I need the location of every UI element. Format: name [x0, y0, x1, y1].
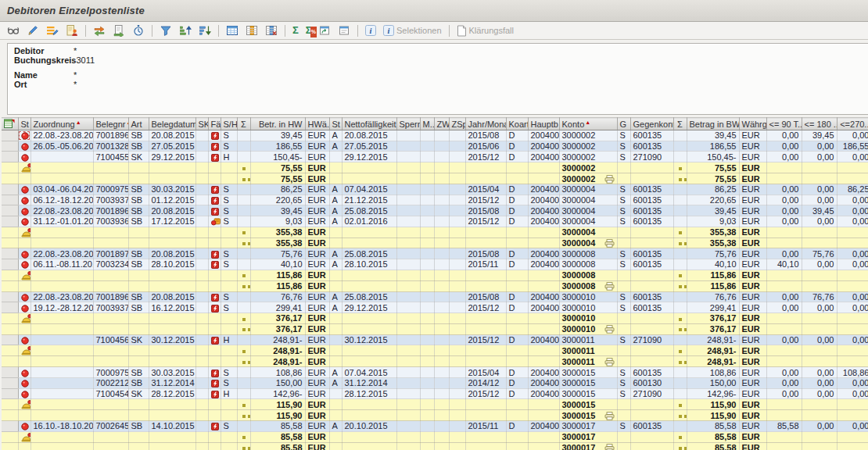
cell-fae[interactable]	[208, 141, 221, 152]
cell-sk[interactable]	[195, 130, 208, 141]
cell-waehrg[interactable]: EUR	[739, 141, 766, 152]
col-art[interactable]: Art	[128, 118, 149, 130]
cell-t180[interactable]	[802, 227, 837, 238]
cell-belegnr[interactable]: 70009756	[93, 367, 128, 378]
cell-zsp[interactable]	[449, 195, 465, 205]
cell-netto[interactable]: 25.08.2015	[342, 291, 396, 302]
cell-betr_hw[interactable]: 108,86	[250, 367, 305, 378]
cell-belegnr[interactable]	[93, 345, 128, 356]
cell-waehrg[interactable]: EUR	[739, 312, 766, 323]
cell-koart[interactable]: D	[506, 367, 528, 378]
cell-sh[interactable]: S	[221, 141, 237, 152]
cell-t270[interactable]: 0,00	[837, 291, 868, 302]
cell-t270[interactable]	[837, 162, 868, 173]
cell-hauptb[interactable]	[528, 431, 559, 442]
cell-belegnr[interactable]: 70013283	[93, 141, 128, 152]
col-hwae[interactable]: HWä..	[305, 118, 329, 130]
cell-hwae[interactable]: EUR	[305, 162, 329, 173]
cell-t90[interactable]	[766, 431, 802, 442]
cell-t270[interactable]: 108,86	[837, 367, 868, 378]
change-document-button[interactable]	[91, 22, 108, 39]
cell-st2[interactable]: A	[329, 259, 342, 270]
cell-t270[interactable]: 0,00	[837, 377, 868, 388]
cell-betrag_bw[interactable]: 150,45-	[687, 152, 739, 162]
cell-zw[interactable]	[434, 184, 449, 195]
cell-jahr[interactable]: 2015/12	[465, 195, 506, 205]
cell-fae[interactable]	[208, 312, 221, 323]
cell-m[interactable]	[420, 216, 434, 227]
cell-jahr[interactable]: 2015/08	[465, 248, 506, 259]
cell-betr_hw[interactable]: 142,96-	[250, 388, 305, 399]
cell-st2[interactable]	[329, 431, 342, 442]
cell-st[interactable]	[18, 216, 30, 227]
cell-t270[interactable]	[837, 399, 868, 410]
cell-jahr[interactable]	[465, 431, 506, 442]
cell-zsp[interactable]	[449, 410, 465, 421]
cell-belegnr[interactable]: 71004547	[93, 388, 128, 399]
cell-betrag_bw[interactable]: 39,45	[687, 130, 739, 141]
cell-s2[interactable]	[673, 291, 687, 302]
cell-art[interactable]	[128, 270, 149, 280]
cell-sperre[interactable]	[396, 410, 420, 421]
cell-konto[interactable]: 3000015	[559, 410, 617, 421]
cell-zw[interactable]	[434, 431, 449, 442]
cell-art[interactable]	[128, 312, 149, 323]
cell-t90[interactable]	[766, 356, 802, 367]
cell-t90[interactable]	[766, 238, 802, 248]
cell-zuordnung[interactable]	[30, 312, 93, 323]
cell-jahr[interactable]: 2015/12	[465, 334, 506, 345]
cell-betrag_bw[interactable]: 142,96-	[687, 388, 739, 399]
cell-t180[interactable]: 0,00	[802, 334, 837, 345]
cell-s2[interactable]	[673, 302, 687, 313]
cell-netto[interactable]	[342, 227, 396, 238]
cell-t270[interactable]: 0,00	[837, 152, 868, 162]
cell-belegnr[interactable]: 70022127	[93, 377, 128, 388]
cell-sperre[interactable]	[396, 388, 420, 399]
cell-hauptb[interactable]	[528, 312, 559, 323]
cell-zw[interactable]	[434, 312, 449, 323]
cell-sh[interactable]	[221, 227, 237, 238]
cell-g[interactable]: S	[617, 205, 630, 216]
col-t90[interactable]: <= 90 T..	[766, 118, 802, 130]
cell-t270[interactable]	[837, 356, 868, 367]
cell-t270[interactable]: 186,55	[837, 141, 868, 152]
col-belegnr[interactable]: Belegnr▲	[93, 118, 128, 130]
cell-gegenkonto[interactable]	[630, 345, 673, 356]
cell-zuordnung[interactable]: 06.12.-18.12.20..	[30, 195, 93, 205]
cell-m[interactable]	[420, 302, 434, 313]
cell-betrag_bw[interactable]: 9,03	[687, 216, 739, 227]
cell-zw[interactable]	[434, 345, 449, 356]
cell-fae[interactable]	[208, 259, 221, 270]
cell-gegenkonto[interactable]: 600130	[630, 377, 673, 388]
cell-netto[interactable]	[342, 280, 396, 291]
cell-sk[interactable]	[195, 184, 208, 195]
cell-s2[interactable]	[673, 141, 687, 152]
cell-st[interactable]	[18, 248, 30, 259]
cell-t180[interactable]: 0,00	[802, 195, 837, 205]
cell-waehrg[interactable]: EUR	[739, 291, 766, 302]
cell-t180[interactable]: 0,00	[802, 184, 837, 195]
cell-zsp[interactable]	[449, 334, 465, 345]
detail-row[interactable]: 26.05.-05.06.20..70013283SB27.05.2015S18…	[2, 141, 868, 152]
cell-m[interactable]	[420, 259, 434, 270]
cell-s2[interactable]	[673, 270, 687, 280]
cell-hauptb[interactable]	[528, 324, 559, 335]
cell-hauptb[interactable]	[528, 356, 559, 367]
cell-sh[interactable]: S	[221, 259, 237, 270]
cell-gegenkonto[interactable]: 600135	[630, 205, 673, 216]
cell-s1[interactable]	[237, 280, 250, 291]
cell-betr_hw[interactable]: 39,45	[250, 205, 305, 216]
cell-koart[interactable]: D	[506, 141, 528, 152]
cell-belegdatum[interactable]	[149, 280, 195, 291]
cell-hwae[interactable]: EUR	[305, 367, 329, 378]
cell-t270[interactable]: 0,00	[837, 334, 868, 345]
cell-gegenkonto[interactable]	[630, 280, 673, 291]
cell-art[interactable]: SB	[128, 291, 149, 302]
cell-betr_hw[interactable]: 76,76	[250, 291, 305, 302]
cell-konto[interactable]: 3000008	[559, 280, 617, 291]
cell-m[interactable]	[420, 141, 434, 152]
cell-konto[interactable]: 3000002	[559, 152, 617, 162]
cell-s1[interactable]	[237, 195, 250, 205]
cell-art[interactable]	[128, 324, 149, 335]
cell-m[interactable]	[420, 442, 434, 450]
